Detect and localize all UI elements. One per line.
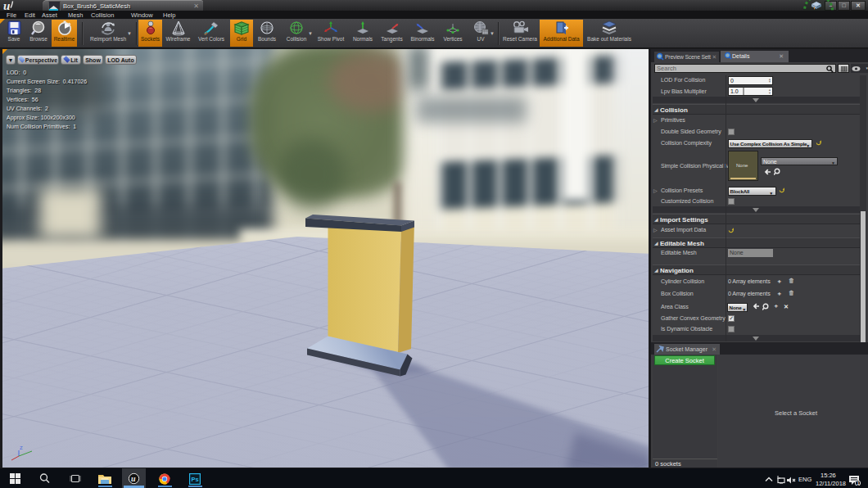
svg-text:Ps: Ps: [192, 476, 199, 483]
svg-text:u: u: [131, 474, 136, 483]
svg-text:Z: Z: [20, 445, 23, 450]
